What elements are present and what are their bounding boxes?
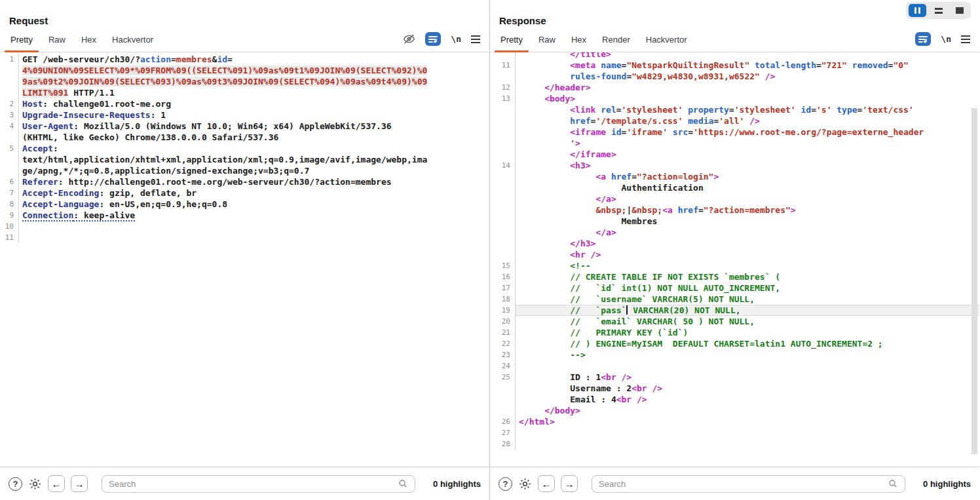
- menu-icon[interactable]: [961, 35, 970, 43]
- code-line[interactable]: 2Host: challenge01.root-me.org: [0, 98, 489, 109]
- code-line[interactable]: <iframe id='iframe' src='https://www.roo…: [490, 126, 979, 138]
- code-line[interactable]: 17 // `id` int(1) NOT NULL AUTO_INCREMEN…: [490, 282, 979, 294]
- code-line[interactable]: 4User-Agent: Mozilla/5.0 (Windows NT 10.…: [0, 121, 489, 132]
- code-line[interactable]: 9Connection: keep-alive: [0, 210, 489, 221]
- code-line[interactable]: 21 // PRIMARY KEY (`id`): [490, 327, 979, 338]
- code-line[interactable]: 28: [490, 438, 979, 450]
- search-input[interactable]: [599, 479, 888, 489]
- code-line[interactable]: 12 </header>: [490, 82, 979, 93]
- code-line[interactable]: </h3>: [490, 238, 979, 249]
- code-line-text: href='/template/s.css' media='all' />: [516, 115, 979, 126]
- code-line[interactable]: 15 <!--: [490, 260, 979, 271]
- search-next-button[interactable]: →: [561, 475, 578, 492]
- line-number: 3: [0, 109, 19, 121]
- code-line[interactable]: Username : 2<br />: [490, 383, 979, 394]
- request-editor[interactable]: 1GET /web-serveur/ch30/?action=membres&i…: [0, 52, 489, 467]
- code-line-text: </body>: [516, 405, 979, 416]
- code-line[interactable]: <link rel='stylesheet' property='stylesh…: [490, 104, 979, 115]
- tab-render[interactable]: Render: [594, 29, 638, 52]
- word-wrap-icon[interactable]: [915, 32, 931, 46]
- code-line[interactable]: text/html,application/xhtml+xml,applicat…: [0, 154, 489, 165]
- code-line[interactable]: 18 // `username` VARCHAR(5) NOT NULL,: [490, 294, 979, 305]
- request-editor-toolbar: \n: [403, 29, 480, 52]
- code-line[interactable]: Email : 4<br />: [490, 394, 979, 405]
- code-line[interactable]: 9as%09t2%09JOIN%09(SELECT%093)%09as%09t3…: [0, 76, 489, 87]
- code-line[interactable]: Membres: [490, 216, 979, 227]
- search-settings-gear-icon[interactable]: [518, 477, 532, 491]
- single-layout-button[interactable]: [951, 4, 968, 17]
- code-line[interactable]: LIMIT%091 HTTP/1.1: [0, 87, 489, 98]
- code-line[interactable]: </a>: [490, 193, 979, 204]
- code-line[interactable]: 11 <meta name="NetsparkQuiltingResult" t…: [490, 60, 979, 71]
- help-icon[interactable]: ?: [499, 477, 512, 491]
- search-prev-button[interactable]: ←: [538, 475, 555, 492]
- code-line[interactable]: </a>: [490, 227, 979, 238]
- code-line[interactable]: <a href="?action=login">: [490, 171, 979, 182]
- code-segment: name: [595, 60, 621, 70]
- help-icon[interactable]: ?: [9, 477, 22, 491]
- newline-icon[interactable]: \n: [941, 34, 951, 44]
- code-line[interactable]: </body>: [490, 405, 979, 416]
- code-segment: ID : 1: [519, 372, 601, 382]
- code-line[interactable]: 27: [490, 427, 979, 438]
- tab-raw[interactable]: Raw: [531, 29, 563, 52]
- tab-raw[interactable]: Raw: [41, 29, 73, 52]
- tab-hex[interactable]: Hex: [73, 29, 104, 52]
- menu-icon[interactable]: [471, 35, 480, 43]
- rows-layout-button[interactable]: [930, 4, 947, 17]
- search-next-button[interactable]: →: [71, 475, 88, 492]
- columns-layout-button[interactable]: [909, 4, 926, 17]
- code-line[interactable]: 7Accept-Encoding: gzip, deflate, br: [0, 187, 489, 199]
- code-line[interactable]: href='/template/s.css' media='all' />: [490, 115, 979, 126]
- code-line[interactable]: 16 // CREATE TABLE IF NOT EXISTS `membre…: [490, 271, 979, 282]
- hide-icon[interactable]: [403, 33, 415, 45]
- code-line[interactable]: 11: [0, 232, 489, 243]
- code-line[interactable]: 20 // `email` VARCHAR( 50 ) NOT NULL,: [490, 316, 979, 327]
- code-line[interactable]: 26</html>: [490, 416, 979, 427]
- code-segment: Host: [22, 99, 43, 109]
- code-line[interactable]: 13 <body>: [490, 93, 979, 104]
- code-line[interactable]: rules-found="w4829,w4830,w8931,w6522" />: [490, 71, 979, 82]
- tab-hackvertor[interactable]: Hackvertor: [104, 29, 161, 52]
- code-line[interactable]: </title>: [490, 52, 979, 60]
- code-line[interactable]: 19 // `pass` VARCHAR(20) NOT NULL,: [490, 305, 979, 316]
- search-field[interactable]: [102, 475, 415, 493]
- code-line[interactable]: 6Referer: http://challenge01.root-me.org…: [0, 176, 489, 187]
- code-line-text: Username : 2<br />: [516, 383, 979, 394]
- code-line[interactable]: </iframe>: [490, 149, 979, 160]
- code-line[interactable]: 4%09UNION%09SELECT%09*%09FROM%09((SELECT…: [0, 65, 489, 76]
- search-input[interactable]: [109, 479, 398, 489]
- tab-pretty[interactable]: Pretty: [3, 29, 41, 52]
- code-line[interactable]: 8Accept-Language: en-US,en;q=0.9,he;q=0.…: [0, 199, 489, 210]
- code-line[interactable]: 10: [0, 221, 489, 232]
- search-prev-button[interactable]: ←: [48, 475, 65, 492]
- tab-hackvertor[interactable]: Hackvertor: [638, 29, 695, 52]
- code-line[interactable]: 25 ID : 1<br />: [490, 372, 979, 383]
- code-line[interactable]: (KHTML, like Gecko) Chrome/138.0.0.0 Saf…: [0, 132, 489, 143]
- highlights-count: 0 highlights: [923, 479, 971, 489]
- word-wrap-icon[interactable]: [425, 32, 441, 46]
- code-line[interactable]: 14 <h3>: [490, 160, 979, 171]
- code-line-text: 9as%09t2%09JOIN%09(SELECT%093)%09as%09t3…: [19, 76, 489, 87]
- code-line[interactable]: 24: [490, 360, 979, 372]
- code-line[interactable]: 3Upgrade-Insecure-Requests: 1: [0, 109, 489, 121]
- code-line[interactable]: &nbsp;|&nbsp;<a href="?action=membres">: [490, 204, 979, 216]
- search-field[interactable]: [592, 475, 905, 493]
- code-line[interactable]: Authentification: [490, 182, 979, 193]
- code-line[interactable]: ge/apng,*/*;q=0.8,application/signed-exc…: [0, 165, 489, 176]
- code-line[interactable]: '>: [490, 138, 979, 149]
- code-line[interactable]: <hr />: [490, 249, 979, 260]
- vertical-scrollbar[interactable]: [971, 108, 977, 454]
- code-line[interactable]: 5Accept:: [0, 143, 489, 154]
- newline-icon[interactable]: \n: [451, 34, 461, 44]
- code-segment: rules-found: [519, 71, 626, 81]
- response-editor[interactable]: </title>11 <meta name="NetsparkQuiltingR…: [490, 52, 979, 467]
- request-search-bar: ? ← → 0 highlights: [0, 467, 489, 500]
- code-line[interactable]: 22 // ) ENGINE=MyISAM DEFAULT CHARSET=la…: [490, 338, 979, 349]
- search-settings-gear-icon[interactable]: [28, 477, 42, 491]
- tab-hex[interactable]: Hex: [563, 29, 594, 52]
- code-line-text: </a>: [516, 193, 979, 204]
- code-line[interactable]: 23 -->: [490, 349, 979, 360]
- tab-pretty[interactable]: Pretty: [493, 29, 531, 52]
- code-line[interactable]: 1GET /web-serveur/ch30/?action=membres&i…: [0, 54, 489, 65]
